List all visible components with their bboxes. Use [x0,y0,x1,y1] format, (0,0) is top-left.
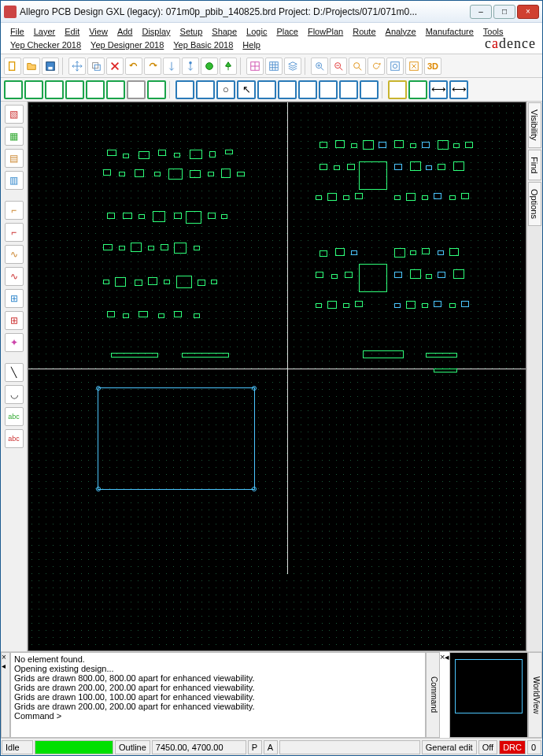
component[interactable] [320,142,327,148]
component[interactable] [363,140,374,150]
redo-button[interactable] [144,57,161,75]
lt-line[interactable]: ╲ [5,363,24,382]
refresh-button[interactable] [405,57,423,75]
shape-d-button[interactable] [319,80,338,99]
connector[interactable] [182,353,229,358]
copy-button[interactable] [87,57,105,75]
component[interactable] [209,151,216,158]
component[interactable] [198,280,205,286]
layer-2-button[interactable] [24,80,43,99]
lt-1[interactable]: ▧ [5,105,24,124]
shape-b-button[interactable] [278,80,297,99]
component[interactable] [438,140,449,150]
zoom-fit-button[interactable] [349,57,366,75]
delete-button[interactable] [106,57,124,75]
layer-off-button[interactable] [127,80,146,99]
component[interactable] [176,276,192,288]
lt-route6[interactable]: ⊞ [5,311,24,330]
grid1-button[interactable] [246,57,264,75]
dim-c-button[interactable]: ⟷ [429,80,448,99]
component[interactable] [107,311,115,317]
lt-text2[interactable]: abc [5,429,24,448]
command-log[interactable]: No element found. Opening existing desig… [10,652,426,738]
lt-route4[interactable]: ∿ [5,267,24,286]
shape-a-button[interactable] [257,80,276,99]
component[interactable] [119,246,125,250]
component[interactable] [335,248,345,256]
component[interactable] [406,301,416,309]
component[interactable] [410,161,421,171]
lt-4[interactable]: ▥ [5,171,24,190]
component[interactable] [438,250,444,255]
component[interactable] [406,193,416,201]
ic-large[interactable] [359,264,387,292]
menu-add[interactable]: Add [113,25,138,38]
lt-route2[interactable]: ⌐ [5,223,24,242]
component[interactable] [465,142,473,148]
component[interactable] [449,248,459,256]
component[interactable] [115,277,126,287]
component[interactable] [461,193,469,199]
status-drc[interactable]: DRC [499,740,526,754]
lt-text1[interactable]: abc [5,407,24,426]
status-mode[interactable]: Outline [115,740,150,754]
layers-button[interactable] [284,57,301,75]
component[interactable] [153,211,165,222]
shape-rect-button[interactable] [175,80,194,99]
component[interactable] [343,195,349,200]
command-tab[interactable]: Command [426,652,440,738]
shape-circle-button[interactable]: ○ [216,80,235,99]
component[interactable] [148,246,154,250]
menu-view[interactable]: View [84,25,113,38]
component[interactable] [103,169,111,176]
component[interactable] [225,150,233,154]
zoom-out-button[interactable] [330,57,347,75]
component[interactable] [320,250,327,257]
component[interactable] [103,280,109,284]
component[interactable] [123,313,129,318]
zoom-sel-button[interactable] [386,57,404,75]
component[interactable] [394,303,401,308]
component[interactable] [394,140,404,148]
component[interactable] [174,213,182,219]
component[interactable] [186,211,201,224]
component[interactable] [422,248,430,254]
menu-flowplan[interactable]: FlowPlan [303,25,348,38]
component[interactable] [158,150,166,156]
component[interactable] [394,195,401,200]
menu-place[interactable]: Place [272,25,303,38]
menu-logic[interactable]: Logic [242,25,272,38]
shape-f-button[interactable] [360,80,379,99]
component[interactable] [107,150,116,156]
lt-arc[interactable]: ◡ [5,385,24,404]
menu-layer[interactable]: Layer [29,25,61,38]
component[interactable] [139,214,145,219]
component[interactable] [379,142,386,148]
wv-close[interactable]: ×◂ [440,652,449,738]
component[interactable] [394,272,402,278]
component[interactable] [164,280,170,284]
anchor1-button[interactable] [163,57,180,75]
drc-button[interactable] [201,57,218,75]
component[interactable] [453,269,464,279]
lt-2[interactable]: ▦ [5,127,24,146]
log-prompt[interactable]: Command > [14,711,422,721]
component[interactable] [394,248,405,258]
menu-yep-checker[interactable]: Yep Checker 2018 [6,39,86,51]
component[interactable] [327,193,337,201]
open-button[interactable] [23,57,40,75]
tab-options[interactable]: Options [528,182,541,226]
lt-snap[interactable]: ✦ [5,333,24,352]
connector[interactable] [111,353,158,358]
component[interactable] [174,153,180,158]
component[interactable] [174,311,182,317]
dim-d-button[interactable]: ⟷ [449,80,468,99]
pin-button[interactable] [220,57,237,75]
component[interactable] [161,244,168,250]
tab-visibility[interactable]: Visibility [528,102,541,148]
status-edit[interactable]: General edit [422,740,477,754]
layer-6-button[interactable] [106,80,125,99]
component[interactable] [221,214,227,219]
board-outline[interactable] [98,387,255,490]
menu-edit[interactable]: Edit [60,25,84,38]
